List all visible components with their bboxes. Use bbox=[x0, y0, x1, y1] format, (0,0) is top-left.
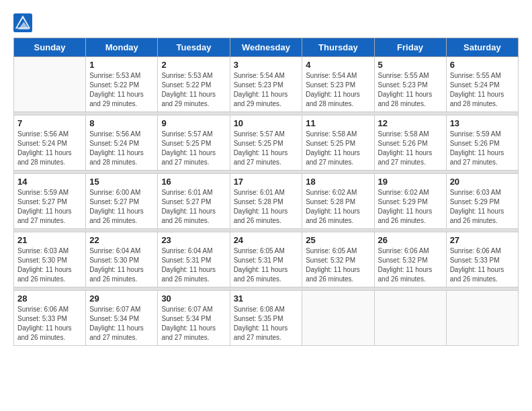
day-header-monday: Monday bbox=[86, 38, 158, 57]
day-number: 11 bbox=[306, 118, 370, 128]
calendar-cell: 25Sunrise: 6:05 AM Sunset: 5:32 PM Dayli… bbox=[302, 232, 374, 287]
day-number: 8 bbox=[89, 118, 154, 128]
day-number: 13 bbox=[450, 118, 515, 128]
day-info: Sunrise: 6:01 AM Sunset: 5:27 PM Dayligh… bbox=[161, 188, 226, 226]
calendar-cell bbox=[14, 57, 86, 112]
calendar-cell: 16Sunrise: 6:01 AM Sunset: 5:27 PM Dayli… bbox=[158, 174, 230, 229]
calendar-cell: 11Sunrise: 5:58 AM Sunset: 5:25 PM Dayli… bbox=[302, 116, 374, 171]
day-number: 15 bbox=[89, 177, 154, 187]
calendar-cell bbox=[446, 291, 518, 346]
calendar-cell: 3Sunrise: 5:54 AM Sunset: 5:23 PM Daylig… bbox=[230, 57, 302, 112]
day-number: 31 bbox=[234, 293, 299, 304]
day-info: Sunrise: 6:07 AM Sunset: 5:34 PM Dayligh… bbox=[161, 305, 226, 342]
day-number: 21 bbox=[17, 235, 82, 245]
day-info: Sunrise: 6:06 AM Sunset: 5:32 PM Dayligh… bbox=[378, 246, 443, 284]
day-info: Sunrise: 5:53 AM Sunset: 5:22 PM Dayligh… bbox=[89, 71, 154, 109]
calendar-cell: 9Sunrise: 5:57 AM Sunset: 5:25 PM Daylig… bbox=[158, 116, 230, 171]
calendar-cell: 7Sunrise: 5:56 AM Sunset: 5:24 PM Daylig… bbox=[14, 116, 86, 171]
calendar-cell bbox=[302, 291, 374, 346]
day-info: Sunrise: 6:06 AM Sunset: 5:33 PM Dayligh… bbox=[450, 246, 515, 284]
day-header-thursday: Thursday bbox=[302, 38, 374, 57]
calendar-cell: 19Sunrise: 6:02 AM Sunset: 5:29 PM Dayli… bbox=[374, 174, 446, 229]
calendar-cell: 26Sunrise: 6:06 AM Sunset: 5:32 PM Dayli… bbox=[374, 232, 446, 287]
calendar-week-row: 7Sunrise: 5:56 AM Sunset: 5:24 PM Daylig… bbox=[14, 116, 519, 171]
day-number: 5 bbox=[378, 60, 443, 70]
day-info: Sunrise: 5:55 AM Sunset: 5:24 PM Dayligh… bbox=[450, 71, 515, 109]
day-info: Sunrise: 5:59 AM Sunset: 5:26 PM Dayligh… bbox=[450, 130, 515, 167]
day-header-sunday: Sunday bbox=[14, 38, 86, 57]
day-number: 10 bbox=[234, 118, 299, 128]
day-info: Sunrise: 6:08 AM Sunset: 5:35 PM Dayligh… bbox=[234, 305, 299, 342]
page-header bbox=[13, 13, 519, 32]
day-number: 12 bbox=[378, 118, 443, 128]
calendar-header-row: SundayMondayTuesdayWednesdayThursdayFrid… bbox=[14, 38, 519, 57]
day-number: 26 bbox=[378, 235, 443, 245]
calendar-cell: 18Sunrise: 6:02 AM Sunset: 5:28 PM Dayli… bbox=[302, 174, 374, 229]
day-number: 27 bbox=[450, 235, 515, 245]
logo-icon bbox=[13, 13, 32, 32]
day-number: 25 bbox=[306, 235, 370, 245]
day-info: Sunrise: 5:55 AM Sunset: 5:23 PM Dayligh… bbox=[378, 71, 443, 109]
day-info: Sunrise: 5:53 AM Sunset: 5:22 PM Dayligh… bbox=[161, 71, 226, 109]
day-number: 28 bbox=[17, 293, 82, 304]
day-header-friday: Friday bbox=[374, 38, 446, 57]
day-info: Sunrise: 6:05 AM Sunset: 5:31 PM Dayligh… bbox=[234, 246, 299, 284]
calendar-cell: 23Sunrise: 6:04 AM Sunset: 5:31 PM Dayli… bbox=[158, 232, 230, 287]
logo bbox=[13, 13, 35, 32]
calendar-cell: 21Sunrise: 6:03 AM Sunset: 5:30 PM Dayli… bbox=[14, 232, 86, 287]
day-number: 6 bbox=[450, 60, 515, 70]
calendar-cell: 28Sunrise: 6:06 AM Sunset: 5:33 PM Dayli… bbox=[14, 291, 86, 346]
calendar-cell: 13Sunrise: 5:59 AM Sunset: 5:26 PM Dayli… bbox=[446, 116, 518, 171]
calendar-cell: 27Sunrise: 6:06 AM Sunset: 5:33 PM Dayli… bbox=[446, 232, 518, 287]
calendar-cell: 1Sunrise: 5:53 AM Sunset: 5:22 PM Daylig… bbox=[86, 57, 158, 112]
calendar-cell: 8Sunrise: 5:56 AM Sunset: 5:24 PM Daylig… bbox=[86, 116, 158, 171]
day-info: Sunrise: 6:04 AM Sunset: 5:30 PM Dayligh… bbox=[89, 246, 154, 284]
calendar-cell: 12Sunrise: 5:58 AM Sunset: 5:26 PM Dayli… bbox=[374, 116, 446, 171]
day-number: 29 bbox=[89, 293, 154, 304]
day-info: Sunrise: 6:04 AM Sunset: 5:31 PM Dayligh… bbox=[161, 246, 226, 284]
day-header-wednesday: Wednesday bbox=[230, 38, 302, 57]
calendar-cell: 22Sunrise: 6:04 AM Sunset: 5:30 PM Dayli… bbox=[86, 232, 158, 287]
calendar-cell: 30Sunrise: 6:07 AM Sunset: 5:34 PM Dayli… bbox=[158, 291, 230, 346]
day-info: Sunrise: 5:54 AM Sunset: 5:23 PM Dayligh… bbox=[234, 71, 299, 109]
day-number: 3 bbox=[234, 60, 299, 70]
day-header-saturday: Saturday bbox=[446, 38, 518, 57]
day-number: 1 bbox=[89, 60, 154, 70]
day-info: Sunrise: 5:57 AM Sunset: 5:25 PM Dayligh… bbox=[161, 130, 226, 167]
calendar-cell: 24Sunrise: 6:05 AM Sunset: 5:31 PM Dayli… bbox=[230, 232, 302, 287]
calendar-cell: 2Sunrise: 5:53 AM Sunset: 5:22 PM Daylig… bbox=[158, 57, 230, 112]
day-info: Sunrise: 5:59 AM Sunset: 5:27 PM Dayligh… bbox=[17, 188, 82, 226]
day-number: 30 bbox=[161, 293, 226, 304]
day-number: 7 bbox=[17, 118, 82, 128]
day-info: Sunrise: 5:58 AM Sunset: 5:25 PM Dayligh… bbox=[306, 130, 370, 167]
calendar-week-row: 21Sunrise: 6:03 AM Sunset: 5:30 PM Dayli… bbox=[14, 232, 519, 287]
calendar-cell: 29Sunrise: 6:07 AM Sunset: 5:34 PM Dayli… bbox=[86, 291, 158, 346]
day-info: Sunrise: 5:56 AM Sunset: 5:24 PM Dayligh… bbox=[17, 130, 82, 167]
calendar-cell: 31Sunrise: 6:08 AM Sunset: 5:35 PM Dayli… bbox=[230, 291, 302, 346]
calendar-cell: 17Sunrise: 6:01 AM Sunset: 5:28 PM Dayli… bbox=[230, 174, 302, 229]
day-info: Sunrise: 6:05 AM Sunset: 5:32 PM Dayligh… bbox=[306, 246, 370, 284]
day-info: Sunrise: 5:58 AM Sunset: 5:26 PM Dayligh… bbox=[378, 130, 443, 167]
calendar-week-row: 1Sunrise: 5:53 AM Sunset: 5:22 PM Daylig… bbox=[14, 57, 519, 112]
day-number: 14 bbox=[17, 177, 82, 187]
day-info: Sunrise: 5:57 AM Sunset: 5:25 PM Dayligh… bbox=[234, 130, 299, 167]
calendar-cell: 6Sunrise: 5:55 AM Sunset: 5:24 PM Daylig… bbox=[446, 57, 518, 112]
day-info: Sunrise: 6:00 AM Sunset: 5:27 PM Dayligh… bbox=[89, 188, 154, 226]
day-number: 19 bbox=[378, 177, 443, 187]
day-info: Sunrise: 6:03 AM Sunset: 5:29 PM Dayligh… bbox=[450, 188, 515, 226]
calendar-cell: 10Sunrise: 5:57 AM Sunset: 5:25 PM Dayli… bbox=[230, 116, 302, 171]
calendar-cell: 14Sunrise: 5:59 AM Sunset: 5:27 PM Dayli… bbox=[14, 174, 86, 229]
calendar-week-row: 28Sunrise: 6:06 AM Sunset: 5:33 PM Dayli… bbox=[14, 291, 519, 346]
calendar-cell: 4Sunrise: 5:54 AM Sunset: 5:23 PM Daylig… bbox=[302, 57, 374, 112]
calendar-table: SundayMondayTuesdayWednesdayThursdayFrid… bbox=[13, 38, 519, 346]
day-number: 22 bbox=[89, 235, 154, 245]
day-info: Sunrise: 6:01 AM Sunset: 5:28 PM Dayligh… bbox=[234, 188, 299, 226]
day-info: Sunrise: 6:03 AM Sunset: 5:30 PM Dayligh… bbox=[17, 246, 82, 284]
day-number: 23 bbox=[161, 235, 226, 245]
day-number: 4 bbox=[306, 60, 370, 70]
day-number: 16 bbox=[161, 177, 226, 187]
day-header-tuesday: Tuesday bbox=[158, 38, 230, 57]
day-number: 24 bbox=[234, 235, 299, 245]
day-number: 18 bbox=[306, 177, 370, 187]
day-number: 2 bbox=[161, 60, 226, 70]
